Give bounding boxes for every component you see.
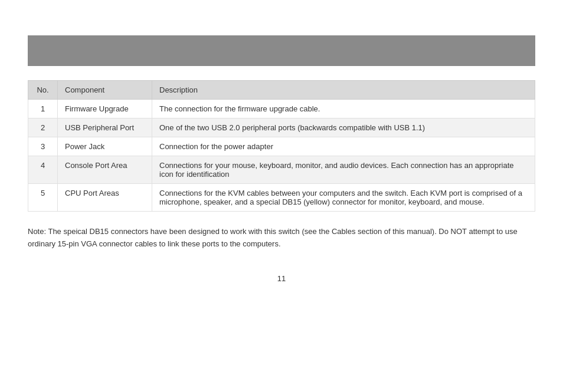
cell-description: One of the two USB 2.0 peripheral ports … <box>152 118 535 137</box>
cell-component: Firmware Upgrade <box>58 100 152 118</box>
table-row: 2USB Peripheral PortOne of the two USB 2… <box>28 118 535 137</box>
col-header-description: Description <box>152 81 535 100</box>
cell-component: Console Port Area <box>58 156 152 184</box>
cell-description: Connections for the KVM cables between y… <box>152 184 535 212</box>
cell-no: 2 <box>28 118 58 137</box>
cell-component: USB Peripheral Port <box>58 118 152 137</box>
cell-no: 4 <box>28 156 58 184</box>
component-table: No. Component Description 1Firmware Upgr… <box>28 80 535 212</box>
table-row: 4Console Port AreaConnections for your m… <box>28 156 535 184</box>
table-row: 5CPU Port AreasConnections for the KVM c… <box>28 184 535 212</box>
cell-description: Connection for the power adapter <box>152 137 535 156</box>
page-container: No. Component Description 1Firmware Upgr… <box>0 35 563 392</box>
table-row: 3Power JackConnection for the power adap… <box>28 137 535 156</box>
cell-no: 1 <box>28 100 58 118</box>
cell-description: The connection for the firmware upgrade … <box>152 100 535 118</box>
header-bar <box>28 35 535 66</box>
col-header-no: No. <box>28 81 58 100</box>
table-row: 1Firmware UpgradeThe connection for the … <box>28 100 535 118</box>
cell-component: CPU Port Areas <box>58 184 152 212</box>
page-number: 11 <box>0 274 563 295</box>
col-header-component: Component <box>58 81 152 100</box>
cell-no: 5 <box>28 184 58 212</box>
content-area: No. Component Description 1Firmware Upgr… <box>28 80 535 251</box>
cell-description: Connections for your mouse, keyboard, mo… <box>152 156 535 184</box>
note-text: Note: The speical DB15 connectors have b… <box>28 226 535 251</box>
cell-no: 3 <box>28 137 58 156</box>
cell-component: Power Jack <box>58 137 152 156</box>
